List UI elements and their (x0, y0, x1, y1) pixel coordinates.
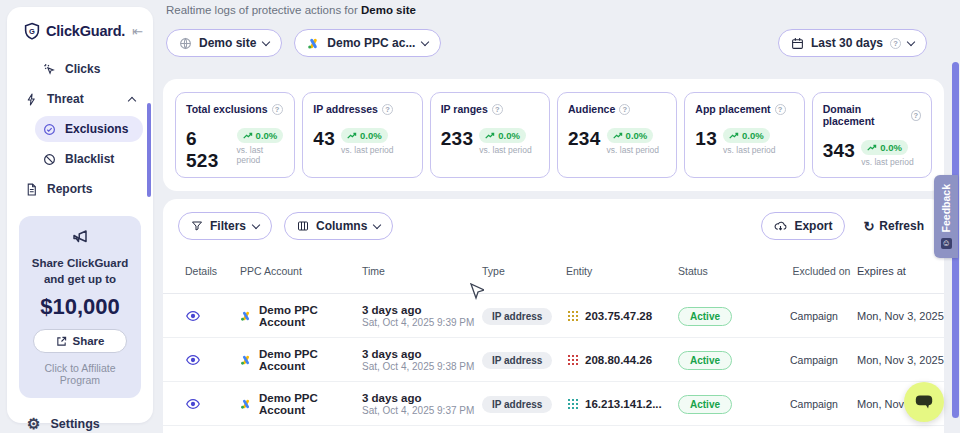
help-icon: ? (890, 38, 901, 49)
stat-sub: vs. last period (479, 145, 531, 155)
account-selector-dropdown[interactable]: Demo PPC ac... (294, 29, 441, 57)
stat-change: 0.0% (498, 130, 520, 141)
status-badge: Active (678, 395, 732, 414)
logs-table: Details PPC Account Time Type Entity Sta… (163, 250, 944, 433)
sidebar-item-exclusions[interactable]: Exclusions (35, 116, 143, 142)
filters-button[interactable]: Filters (178, 212, 272, 240)
status-badge: Active (678, 307, 732, 326)
col-expires-at[interactable]: Expires at (853, 265, 944, 278)
sidebar: G ClickGuard. ⇤ Clicks Threat Exclusions (7, 7, 153, 423)
stat-sub: vs. last period (861, 157, 913, 167)
sidebar-item-label: Exclusions (65, 122, 128, 136)
col-details[interactable]: Details (185, 265, 240, 278)
table-row[interactable]: Demo PPC Account 3 days ago Sat, Oct 4, … (163, 338, 944, 382)
stat-value: 13 (695, 128, 717, 150)
help-icon[interactable]: ? (382, 104, 393, 115)
entity-value: 208.80.44.26 (585, 354, 652, 366)
stat-card-audience: Audience? 234 0.0% vs. last period (557, 92, 677, 178)
expires-at-value: Mon, Nov 3, 2025 (853, 354, 944, 366)
table-row[interactable]: Demo PPC Account 3 days ago Sat, Oct 4, … (163, 294, 944, 338)
promo-text: Share ClickGuard and get up to (27, 256, 133, 287)
page-title-site: Demo site (361, 4, 416, 16)
refresh-button-label: Refresh (879, 219, 924, 233)
col-ppc-account[interactable]: PPC Account (240, 265, 362, 278)
brand-shield-icon: G (23, 22, 41, 40)
export-button[interactable]: Export (761, 212, 845, 240)
chevron-down-icon (252, 221, 260, 229)
google-ads-icon (240, 398, 252, 410)
google-ads-icon (307, 37, 320, 50)
type-badge: IP address (482, 396, 552, 413)
bolt-icon (25, 93, 38, 106)
chevron-up-icon (128, 96, 136, 104)
help-icon[interactable]: ? (911, 110, 921, 121)
stat-sub: vs. last period (607, 145, 659, 155)
page-title: Realtime logs of protective actions for … (166, 4, 416, 16)
share-button[interactable]: Share (33, 329, 127, 353)
col-entity[interactable]: Entity (566, 265, 678, 278)
view-details-eye-icon[interactable] (185, 396, 240, 412)
stat-value: 343 (823, 140, 856, 162)
time-relative: 3 days ago (362, 304, 482, 316)
refresh-icon: ↻ (863, 219, 874, 234)
sidebar-item-settings[interactable]: ⚙ Settings (17, 416, 143, 431)
stat-card-app-placement: App placement? 13 0.0% vs. last period (684, 92, 804, 178)
help-icon[interactable]: ? (775, 104, 786, 115)
sidebar-item-label: Clicks (65, 62, 100, 76)
columns-button[interactable]: Columns (284, 212, 393, 240)
col-status[interactable]: Status (678, 265, 790, 278)
table-row[interactable]: 3 days ago IP address (163, 426, 944, 433)
stat-card-ip-addresses: IP addresses? 43 0.0% vs. last period (302, 92, 422, 178)
stat-label: IP addresses (313, 103, 378, 115)
time-relative: 3 days ago (362, 348, 482, 360)
view-details-eye-icon[interactable] (185, 308, 240, 324)
type-badge: IP address (482, 308, 552, 325)
filter-funnel-icon (191, 220, 203, 232)
cloud-download-icon (774, 220, 787, 233)
chevron-down-icon (421, 38, 429, 46)
feedback-tab[interactable]: Feedback ☺ (934, 175, 958, 258)
stat-label: App placement (695, 103, 770, 115)
sidebar-item-threat[interactable]: Threat (17, 86, 143, 112)
col-time[interactable]: Time (362, 265, 482, 278)
logo: G ClickGuard. ⇤ (7, 7, 153, 40)
stat-value: 234 (568, 128, 601, 150)
sidebar-scrollbar-thumb[interactable] (147, 103, 151, 197)
sidebar-item-clicks[interactable]: Clicks (35, 56, 143, 82)
help-icon[interactable]: ? (492, 104, 503, 115)
site-selector-dropdown[interactable]: Demo site (166, 29, 282, 57)
help-icon[interactable]: ? (619, 104, 630, 115)
col-excluded-on[interactable]: Excluded on (790, 265, 853, 278)
view-details-eye-icon[interactable] (185, 352, 240, 368)
sidebar-item-label: Reports (47, 182, 92, 196)
filters-button-label: Filters (210, 219, 246, 233)
table-row[interactable]: Demo PPC Account 3 days ago Sat, Oct 4, … (163, 382, 944, 426)
globe-icon (179, 37, 192, 50)
document-icon (25, 183, 38, 196)
table-toolbar: Filters Columns Export ↻ Refresh (163, 199, 944, 240)
stat-label: IP ranges (441, 103, 488, 115)
country-flag-icon (566, 397, 579, 410)
date-range-dropdown[interactable]: Last 30 days ? (778, 29, 927, 57)
sidebar-item-reports[interactable]: Reports (17, 176, 143, 202)
svg-text:G: G (29, 27, 35, 36)
excluded-on-value: Campaign (790, 310, 853, 322)
stat-value: 233 (441, 128, 474, 150)
sidebar-nav: Clicks Threat Exclusions Blacklist (7, 56, 153, 202)
chat-launcher-button[interactable] (904, 382, 944, 422)
stat-card-domain-placement: Domain placement? 343 0.0% vs. last peri… (812, 92, 932, 178)
columns-button-label: Columns (316, 219, 367, 233)
ban-icon (43, 153, 56, 166)
google-ads-icon (240, 354, 252, 366)
account-selector-value: Demo PPC ac... (327, 36, 415, 50)
col-type[interactable]: Type (482, 265, 566, 278)
page-title-prefix: Realtime logs of protective actions for (166, 4, 358, 16)
affiliate-link[interactable]: Click to Affiliate Program (27, 362, 133, 386)
stats-panel: Total exclusions? 6 523 0.0% vs. last pe… (163, 79, 944, 191)
refresh-button[interactable]: ↻ Refresh (863, 219, 924, 234)
sidebar-item-blacklist[interactable]: Blacklist (35, 146, 143, 172)
external-link-icon (56, 336, 67, 347)
collapse-sidebar-icon[interactable]: ⇤ (132, 24, 143, 39)
chat-bubble-icon (914, 393, 934, 411)
help-icon[interactable]: ? (272, 104, 283, 115)
